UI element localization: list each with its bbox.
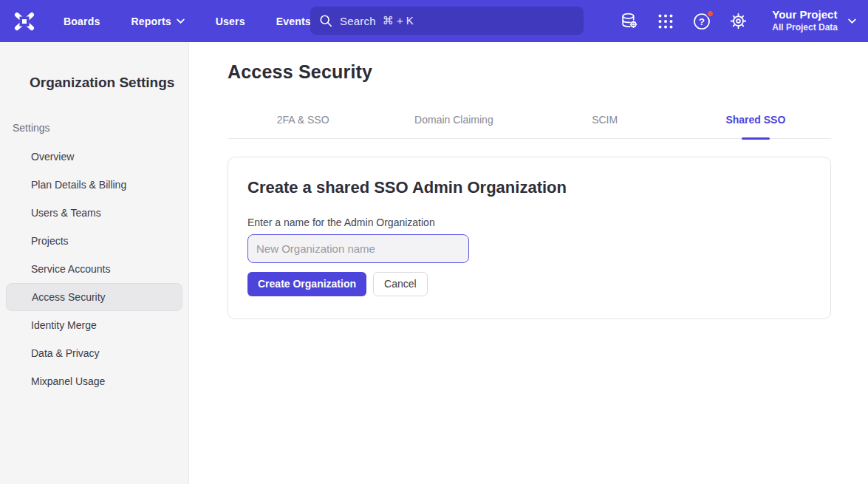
data-management-icon[interactable] (620, 12, 639, 31)
settings-gear-icon[interactable] (728, 12, 748, 31)
help-icon[interactable]: ? (692, 12, 711, 31)
org-name-field-label: Enter a name for the Admin Organization (247, 217, 811, 228)
sidebar-item-service-accounts[interactable]: Service Accounts (6, 255, 182, 283)
topbar-actions: ? Your Project All Project Data (620, 8, 856, 33)
project-switcher[interactable]: Your Project All Project Data (772, 8, 856, 33)
settings-sidebar: Organization Settings Settings Overview … (0, 42, 189, 484)
search-shortcut: ⌘ + K (383, 14, 414, 27)
top-navigation-bar: Boards Reports Users Events Search ⌘ + K (0, 0, 868, 42)
tab-shared-sso[interactable]: Shared SSO (680, 103, 831, 138)
search-input[interactable]: Search ⌘ + K (310, 7, 584, 35)
sidebar-menu: Overview Plan Details & Billing Users & … (0, 143, 188, 395)
sidebar-item-mixpanel-usage[interactable]: Mixpanel Usage (6, 367, 182, 395)
svg-text:?: ? (699, 16, 705, 27)
sidebar-title: Organization Settings (0, 75, 188, 91)
page-title: Access Security (228, 61, 868, 83)
active-tab-indicator (742, 137, 770, 140)
sidebar-item-data-privacy[interactable]: Data & Privacy (6, 339, 182, 367)
sidebar-item-projects[interactable]: Projects (6, 227, 182, 255)
sidebar-item-overview[interactable]: Overview (6, 143, 182, 171)
sidebar-item-users-teams[interactable]: Users & Teams (6, 199, 182, 227)
chevron-down-icon (177, 18, 185, 24)
card-title: Create a shared SSO Admin Organization (247, 178, 811, 197)
create-organization-button[interactable]: Create Organization (247, 272, 366, 296)
access-security-tabs: 2FA & SSO Domain Claiming SCIM Shared SS… (228, 103, 831, 139)
search-placeholder: Search (340, 15, 376, 27)
project-subtitle: All Project Data (772, 22, 838, 34)
search-icon (319, 14, 332, 27)
sidebar-section-label: Settings (0, 122, 188, 134)
create-sso-org-card: Create a shared SSO Admin Organization E… (228, 157, 831, 319)
nav-item-reports[interactable]: Reports (131, 16, 184, 27)
nav-item-events[interactable]: Events (276, 16, 311, 27)
cancel-button[interactable]: Cancel (373, 272, 428, 296)
nav-item-users[interactable]: Users (216, 16, 245, 27)
org-name-input[interactable] (247, 234, 469, 263)
primary-nav: Boards Reports Users Events (64, 16, 311, 27)
sidebar-item-access-security[interactable]: Access Security (6, 283, 182, 311)
nav-item-boards[interactable]: Boards (64, 16, 100, 27)
apps-grid-icon[interactable] (656, 12, 675, 31)
tab-domain-claiming[interactable]: Domain Claiming (378, 103, 529, 138)
notification-dot (706, 10, 714, 18)
chevron-down-icon (848, 18, 856, 24)
sidebar-item-identity-merge[interactable]: Identity Merge (6, 311, 182, 339)
card-actions: Create Organization Cancel (247, 272, 811, 296)
project-name: Your Project (772, 8, 838, 22)
tab-2fa-sso[interactable]: 2FA & SSO (228, 103, 378, 138)
tab-scim[interactable]: SCIM (530, 103, 680, 138)
main-content: Access Security 2FA & SSO Domain Claimin… (189, 42, 868, 484)
mixpanel-logo-icon[interactable] (12, 9, 37, 34)
sidebar-item-plan-details-billing[interactable]: Plan Details & Billing (6, 171, 182, 199)
